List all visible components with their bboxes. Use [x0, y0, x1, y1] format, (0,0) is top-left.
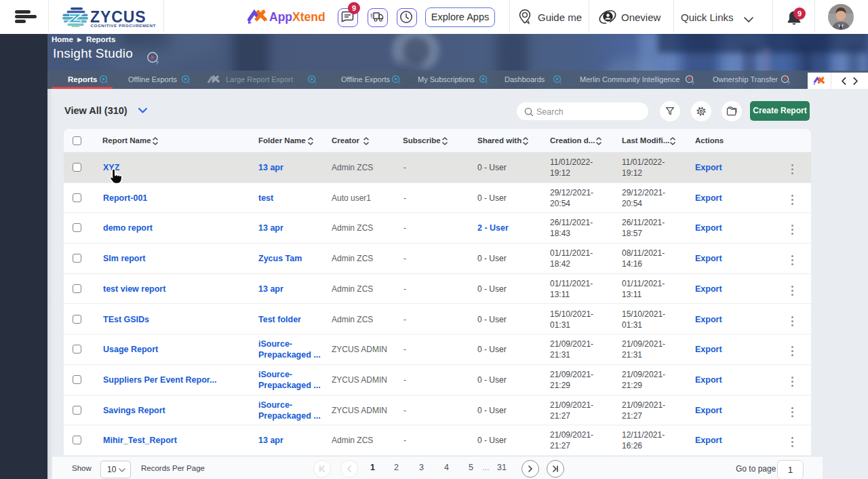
- svg-text:AppXtend: AppXtend: [269, 10, 326, 24]
- svg-text:COGNITIVE PROCUREMENT: COGNITIVE PROCUREMENT: [91, 23, 156, 27]
- svg-text:?: ?: [787, 81, 790, 85]
- svg-text:?: ?: [486, 81, 488, 85]
- svg-text:?: ?: [156, 60, 159, 66]
- svg-text:?: ?: [314, 81, 317, 85]
- svg-text:?: ?: [106, 81, 108, 85]
- svg-text:?: ?: [398, 81, 401, 85]
- svg-text:?: ?: [559, 81, 562, 85]
- svg-text:?: ?: [692, 81, 694, 85]
- svg-text:?: ?: [188, 81, 191, 85]
